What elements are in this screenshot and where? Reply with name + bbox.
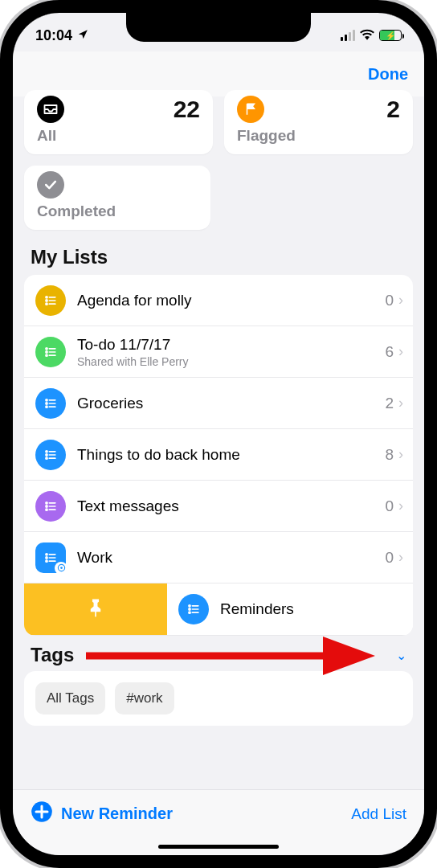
svg-point-38 — [189, 605, 190, 607]
list-row-swiped[interactable]: Reminders — [24, 583, 413, 636]
gear-badge-icon — [55, 562, 67, 575]
svg-point-26 — [46, 505, 47, 506]
section-tags-header[interactable]: Tags ⌄ — [13, 636, 424, 671]
list-count: 8 — [385, 446, 394, 464]
svg-point-2 — [46, 299, 47, 301]
smart-list-icon — [35, 542, 66, 573]
svg-point-16 — [46, 406, 47, 407]
svg-point-12 — [46, 399, 47, 400]
chevron-right-icon: › — [398, 549, 403, 566]
smart-list-flagged[interactable]: 2 Flagged — [224, 90, 413, 154]
list-icon — [178, 594, 209, 624]
svg-point-20 — [46, 453, 47, 455]
svg-point-34 — [46, 560, 47, 562]
list-count: 2 — [385, 395, 394, 412]
pin-icon — [85, 597, 106, 621]
done-button[interactable]: Done — [368, 65, 408, 84]
flag-icon — [237, 96, 264, 123]
svg-point-18 — [46, 450, 47, 452]
list-row[interactable]: Things to do back home 8 › — [24, 429, 413, 481]
list-row[interactable]: Text messages 0 › — [24, 481, 413, 532]
list-name: Agenda for molly — [77, 292, 385, 309]
smart-list-all[interactable]: 22 All — [24, 90, 213, 154]
section-tags: Tags — [31, 644, 74, 666]
chevron-right-icon: › — [398, 395, 403, 411]
my-lists-group: Agenda for molly 0 › To-do 11/7/17 Share… — [24, 275, 413, 636]
chevron-right-icon: › — [398, 497, 403, 514]
svg-point-40 — [189, 608, 190, 610]
svg-point-28 — [46, 509, 47, 510]
list-icon — [35, 285, 66, 316]
list-name: Reminders — [220, 600, 403, 618]
list-count: 6 — [385, 343, 394, 361]
new-reminder-label: New Reminder — [61, 805, 173, 823]
chevron-down-icon: ⌄ — [396, 648, 406, 663]
section-my-lists: My Lists — [13, 241, 424, 275]
add-list-button[interactable]: Add List — [351, 805, 406, 823]
svg-point-6 — [46, 347, 47, 349]
cellular-icon — [341, 30, 355, 41]
plus-circle-icon — [31, 800, 53, 827]
pin-action[interactable] — [24, 583, 167, 635]
battery-icon: ⚡ — [379, 30, 402, 41]
list-row[interactable]: Groceries 2 › — [24, 378, 413, 429]
list-row[interactable]: Agenda for molly 0 › — [24, 275, 413, 326]
smart-completed-label: Completed — [37, 203, 198, 220]
list-icon — [35, 388, 66, 419]
chevron-right-icon: › — [398, 446, 403, 463]
tag-all[interactable]: All Tags — [35, 682, 105, 714]
chevron-right-icon: › — [398, 292, 403, 309]
tag-item[interactable]: #work — [115, 682, 174, 714]
list-count: 0 — [385, 549, 394, 567]
smart-flagged-label: Flagged — [237, 127, 400, 145]
status-time: 10:04 — [35, 27, 72, 44]
svg-point-30 — [46, 553, 47, 555]
list-icon — [35, 440, 66, 470]
list-name: Groceries — [77, 395, 385, 412]
list-icon — [35, 491, 66, 522]
list-row[interactable]: Work 0 › — [24, 532, 413, 583]
list-subtitle: Shared with Elle Perry — [77, 355, 385, 368]
list-count: 0 — [385, 292, 394, 309]
smart-list-completed[interactable]: Completed — [24, 166, 210, 230]
svg-point-32 — [46, 556, 47, 558]
list-row[interactable]: To-do 11/7/17 Shared with Elle Perry 6 › — [24, 326, 413, 378]
list-name: Things to do back home — [77, 446, 385, 464]
list-icon — [35, 337, 66, 367]
wifi-icon — [360, 27, 374, 44]
svg-point-8 — [46, 350, 47, 352]
svg-point-4 — [46, 303, 47, 305]
smart-all-label: All — [37, 127, 200, 145]
tags-group: All Tags #work — [24, 671, 413, 726]
list-count: 0 — [385, 497, 394, 515]
svg-point-14 — [46, 402, 47, 403]
inbox-icon — [37, 96, 64, 123]
smart-all-count: 22 — [174, 96, 200, 123]
home-indicator[interactable] — [158, 845, 279, 849]
svg-point-24 — [46, 502, 47, 503]
svg-point-0 — [46, 296, 47, 297]
new-reminder-button[interactable]: New Reminder — [31, 800, 173, 827]
chevron-right-icon: › — [398, 343, 403, 360]
svg-point-10 — [46, 354, 47, 356]
list-name: Work — [77, 549, 385, 567]
smart-flagged-count: 2 — [386, 96, 400, 123]
svg-point-42 — [189, 612, 190, 613]
svg-point-22 — [46, 457, 47, 459]
svg-point-37 — [60, 567, 63, 569]
list-name: To-do 11/7/17 — [77, 336, 385, 354]
location-icon — [77, 27, 88, 44]
list-name: Text messages — [77, 497, 385, 515]
checkmark-icon — [37, 171, 64, 199]
